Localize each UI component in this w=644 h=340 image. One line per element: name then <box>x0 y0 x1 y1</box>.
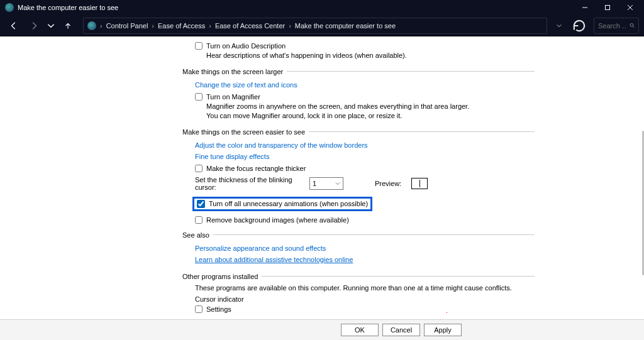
magnifier-label: Turn on Magnifier <box>206 93 260 101</box>
breadcrumb[interactable]: › Control Panel › Ease of Access › Ease … <box>83 18 547 34</box>
cursor-indicator-heading: Cursor indicator <box>195 295 535 303</box>
remove-background-checkbox[interactable] <box>195 216 203 224</box>
breadcrumb-dropdown[interactable] <box>551 18 567 33</box>
focus-rectangle-checkbox[interactable] <box>195 165 203 172</box>
forward-button[interactable] <box>25 18 43 33</box>
chevron-right-icon: › <box>209 22 211 30</box>
section-easier-heading: Make things on the screen easier to see <box>182 128 305 136</box>
titlebar: Make the computer easier to see <box>0 0 644 15</box>
audio-description-label: Turn on Audio Description <box>206 42 286 50</box>
section-larger-heading: Make things on the screen larger <box>182 68 283 75</box>
magnifier-desc: Magnifier zooms in anywhere on the scree… <box>206 102 470 121</box>
minimize-button[interactable] <box>574 0 596 15</box>
cancel-button[interactable]: Cancel <box>382 324 420 336</box>
svg-rect-1 <box>606 6 610 10</box>
svg-point-4 <box>630 23 633 26</box>
breadcrumb-icon <box>87 21 96 30</box>
content-area: Turn on Audio Description Hear descripti… <box>0 36 644 319</box>
section-seealso-heading: See also <box>182 231 209 239</box>
chevron-right-icon: › <box>100 22 103 30</box>
cursor-thickness-label: Set the thickness of the blinking cursor… <box>195 176 303 191</box>
cursor-thickness-select[interactable]: 1 <box>309 177 343 190</box>
chevron-down-icon <box>335 181 340 186</box>
audio-description-desc: Hear descriptions of what's happening in… <box>206 51 470 60</box>
focus-rectangle-label: Make the focus rectangle thicker <box>206 165 306 172</box>
turn-off-animations-label: Turn off all unnecessary animations (whe… <box>209 200 368 207</box>
chevron-right-icon: › <box>289 22 291 30</box>
turn-off-animations-checkbox[interactable] <box>197 200 205 208</box>
breadcrumb-item[interactable]: Ease of Access <box>158 22 205 30</box>
section-other-heading: Other programs installed <box>182 273 258 280</box>
chevron-right-icon: › <box>152 22 154 30</box>
back-button[interactable] <box>5 18 23 33</box>
preview-label: Preview: <box>375 180 401 187</box>
breadcrumb-item[interactable]: Ease of Access Center <box>215 22 285 30</box>
remove-background-label: Remove background images (where availabl… <box>206 216 349 224</box>
magnifier-checkbox[interactable] <box>195 93 203 101</box>
navbar: › Control Panel › Ease of Access › Ease … <box>0 15 644 36</box>
up-button[interactable] <box>59 18 77 33</box>
refresh-button[interactable] <box>571 18 587 33</box>
ok-button[interactable]: OK <box>341 324 379 336</box>
control-panel-icon <box>5 3 14 12</box>
audio-description-checkbox[interactable] <box>195 42 203 50</box>
change-size-link[interactable]: Change the size of text and icons <box>195 81 297 89</box>
recent-locations-button[interactable] <box>45 18 57 33</box>
svg-line-5 <box>633 26 634 28</box>
maximize-button[interactable] <box>596 0 619 15</box>
cursor-thickness-value: 1 <box>313 180 316 187</box>
window-title: Make the computer easier to see <box>18 4 118 11</box>
cursor-preview-bar <box>419 180 420 187</box>
close-button[interactable] <box>619 0 641 15</box>
breadcrumb-item[interactable]: Control Panel <box>106 22 148 30</box>
dialog-button-bar: OK Cancel Apply <box>0 319 644 340</box>
personalize-link[interactable]: Personalize appearance and sound effects <box>195 244 326 252</box>
adjust-borders-link[interactable]: Adjust the color and transparency of the… <box>195 141 368 149</box>
search-icon <box>630 22 635 29</box>
search-input[interactable] <box>598 22 626 30</box>
vertical-scrollbar[interactable] <box>640 36 644 319</box>
cursor-preview <box>411 178 428 189</box>
apply-button[interactable]: Apply <box>424 324 462 336</box>
settings-label: Settings <box>206 305 231 313</box>
divider <box>213 234 535 235</box>
divider <box>309 131 535 132</box>
fine-tune-link[interactable]: Fine tune display effects <box>195 153 269 160</box>
breadcrumb-item[interactable]: Make the computer easier to see <box>295 22 396 30</box>
settings-checkbox[interactable] <box>195 305 203 313</box>
divider <box>262 276 535 277</box>
search-box[interactable] <box>594 18 639 34</box>
marker-icon: . <box>446 307 448 314</box>
divider <box>287 71 535 72</box>
other-programs-body: These programs are available on this com… <box>195 284 535 292</box>
highlighted-option: Turn off all unnecessary animations (whe… <box>192 197 372 211</box>
assistive-tech-link[interactable]: Learn about additional assistive technol… <box>195 256 353 263</box>
